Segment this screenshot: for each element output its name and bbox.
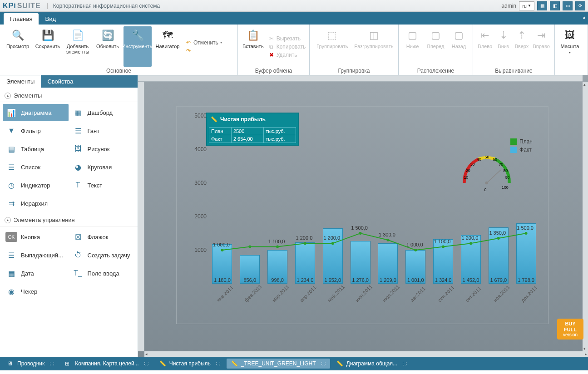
- expand-icon: ⛶: [144, 361, 148, 366]
- palette-date[interactable]: ▦Дата: [3, 265, 69, 282]
- window-icon[interactable]: ▭: [563, 1, 573, 10]
- align-down-button[interactable]: ⇣Вниз: [495, 26, 511, 67]
- input-icon: T_: [72, 268, 84, 278]
- svg-point-9: [469, 242, 472, 245]
- tools-button[interactable]: 🔧Инструменты: [124, 26, 152, 67]
- svg-text:0: 0: [484, 187, 487, 192]
- redo-button[interactable]: ↷: [183, 47, 224, 54]
- arrange-back-button[interactable]: ▢Назад: [449, 26, 469, 67]
- palette-input[interactable]: T_Поле ввода: [69, 265, 135, 282]
- sidebar-tab-elements[interactable]: Элементы: [0, 75, 41, 88]
- main-tabs: Главная Вид ▴: [0, 12, 588, 25]
- save-button[interactable]: 💾Сохранить: [34, 26, 62, 67]
- ruler-vertical: [138, 82, 144, 351]
- app-subtitle: Корпоративная информационная система: [47, 3, 160, 9]
- sidebar-tab-properties[interactable]: Свойства: [41, 75, 79, 88]
- refresh-icon: 🔄: [100, 28, 115, 43]
- palette-gantt[interactable]: ☰Гант: [69, 122, 135, 139]
- tree-icon: ⇉: [5, 198, 17, 208]
- sidebar-section-controls[interactable]: ▴Элемента управления: [0, 214, 138, 226]
- svg-point-10: [497, 237, 500, 240]
- design-canvas[interactable]: ◂▸ ▴▾ 1 180,0янв.2011856,0фев.2011998,0м…: [138, 75, 588, 357]
- bottom-profit[interactable]: 📏Чистая прибыль⛶: [155, 359, 225, 369]
- calendar-icon: ▦: [5, 268, 17, 278]
- refresh-icon[interactable]: ⟳: [575, 1, 585, 10]
- tab-main[interactable]: Главная: [4, 13, 39, 25]
- x-tick-label: фев.2011: [243, 284, 263, 303]
- palette-chart[interactable]: 📊Диаграмма: [3, 104, 69, 121]
- palette-dashboard[interactable]: ▦Дашборд: [69, 104, 135, 121]
- palette-text[interactable]: TТекст: [69, 177, 135, 194]
- palette-create-task[interactable]: ⏱Создать задачу: [69, 246, 135, 264]
- x-tick-label: мар.2011: [271, 284, 290, 303]
- svg-text:100: 100: [502, 185, 509, 190]
- align-right-button[interactable]: ⇥Вправо: [532, 26, 551, 67]
- file-plus-icon: 📄: [70, 28, 85, 43]
- checkbox-icon: ☒: [72, 232, 84, 242]
- collapse-ribbon-icon[interactable]: ▴: [583, 15, 585, 20]
- preview-button[interactable]: 🔍Просмотр: [4, 26, 32, 67]
- buy-full-badge[interactable]: BUYFULLversion: [557, 319, 583, 340]
- y-tick: 3000: [184, 180, 207, 186]
- palette-button[interactable]: OKКнопка: [3, 228, 69, 246]
- bottom-company[interactable]: ⊞Компания. Карта целей...⛶: [60, 359, 153, 369]
- palette-indicator[interactable]: ◷Индикатор: [3, 177, 69, 194]
- palette-table[interactable]: ▤Таблица: [3, 140, 69, 157]
- org-icon: ⊞: [65, 360, 72, 367]
- navigator-button[interactable]: 🗺Навигатор: [153, 26, 182, 67]
- user-icon[interactable]: ◧: [550, 1, 560, 10]
- tab-view[interactable]: Вид: [39, 13, 62, 25]
- undo-button[interactable]: ↶Отменить ▾: [183, 39, 224, 46]
- palette-hierarchy[interactable]: ⇉Иерархия: [3, 195, 69, 212]
- bottom-explorer[interactable]: 🖥Проводник⛶: [3, 359, 59, 369]
- expand-icon: ⛶: [216, 361, 220, 366]
- palette-checkbox[interactable]: ☒Флажок: [69, 228, 135, 246]
- delete-button[interactable]: ✖Удалить: [267, 51, 308, 59]
- copy-button[interactable]: ⧉Копировать: [267, 43, 308, 50]
- x-tick-label: янв.2011: [216, 285, 234, 303]
- svg-line-12: [487, 170, 501, 183]
- bottom-tree[interactable]: 📏_TREE_UNIT_GREEN_LIGHT⛶: [227, 359, 330, 369]
- language-selector[interactable]: ru ▼: [519, 1, 534, 10]
- palette-checker[interactable]: ◉Чекер: [3, 283, 69, 300]
- palette-dropdown[interactable]: ☰Выпадающий...: [3, 246, 69, 264]
- chart-tooltip: 📏Чистая прибыль План2500тыс.руб. Факт2 6…: [206, 113, 299, 146]
- ungroup-button[interactable]: ◫Разгруппировать: [353, 26, 395, 67]
- scrollbar-vertical[interactable]: ▴▾: [583, 82, 588, 351]
- palette-list[interactable]: ☰Список: [3, 158, 69, 176]
- bottom-diagram[interactable]: 📏Диаграмма общая...⛶: [332, 359, 411, 369]
- map-icon: 🗺: [160, 28, 175, 43]
- arrange-forward-button[interactable]: ▢Вперед: [425, 26, 447, 67]
- scale-button[interactable]: 🖼Масшта▾: [558, 26, 581, 73]
- cut-button[interactable]: ✂Вырезать: [267, 35, 308, 42]
- align-up-button[interactable]: ⇡Вверх: [514, 26, 530, 67]
- svg-point-11: [525, 232, 528, 235]
- palette-pie[interactable]: ◕Круговая: [69, 158, 135, 176]
- paste-button[interactable]: 📋Вставить: [242, 26, 265, 67]
- gauge-icon: ◷: [5, 180, 17, 190]
- palette-filter[interactable]: ▼Фильтр: [3, 122, 69, 139]
- gauge-widget[interactable]: 1020 3040 5060 7080 900 100: [453, 143, 521, 193]
- svg-point-0: [221, 249, 223, 251]
- caret-up-icon: ▴: [5, 217, 11, 223]
- monitor-icon: 🖥: [7, 360, 15, 367]
- svg-point-2: [276, 246, 279, 248]
- list-icon: ☰: [5, 162, 17, 172]
- dashboard-icon: ▦: [72, 108, 84, 118]
- clipboard-icon: 📋: [246, 28, 260, 43]
- scrollbar-horizontal[interactable]: ◂▸: [144, 351, 588, 357]
- svg-text:50: 50: [485, 155, 489, 159]
- y-tick: 4000: [184, 146, 207, 153]
- calendar-icon[interactable]: ▦: [537, 1, 547, 10]
- svg-text:30: 30: [470, 162, 475, 167]
- y-tick: 1000: [184, 247, 207, 253]
- refresh-button[interactable]: 🔄Обновить: [94, 26, 122, 67]
- bar-chart-icon: 📊: [5, 108, 17, 118]
- sidebar-section-elements[interactable]: ▴Элементы: [0, 89, 138, 102]
- group-button[interactable]: ⬚Группировать: [313, 26, 351, 67]
- align-left-button[interactable]: ⇤Влево: [477, 26, 493, 67]
- add-elements-button[interactable]: 📄Добавить элементы: [64, 26, 92, 67]
- bring-forward-icon: ▢: [429, 28, 443, 43]
- arrange-below-button[interactable]: ▢Ниже: [402, 26, 423, 67]
- palette-image[interactable]: 🖼Рисунок: [69, 140, 135, 157]
